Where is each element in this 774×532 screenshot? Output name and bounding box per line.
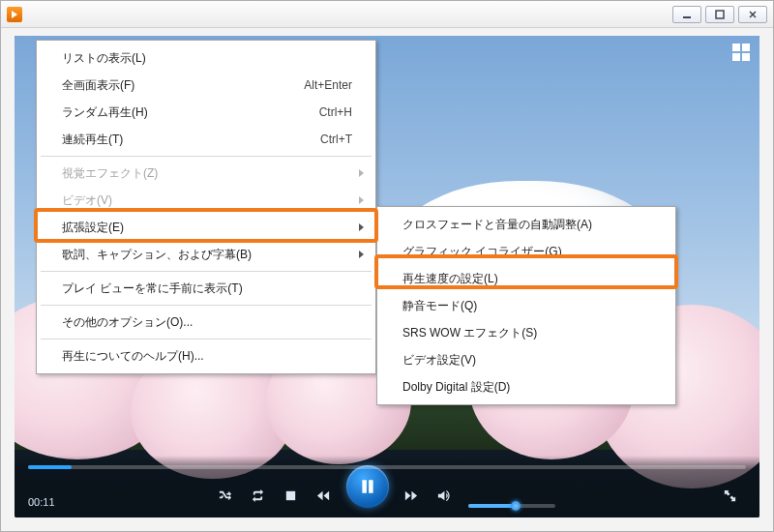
menu-item-label: 視覚エフェクト(Z) bbox=[62, 165, 158, 182]
menu-item[interactable]: 全画面表示(F)Alt+Enter bbox=[39, 72, 373, 99]
play-pause-button[interactable] bbox=[346, 465, 389, 508]
menu-item[interactable]: 歌詞、キャプション、および字幕(B) bbox=[39, 241, 373, 268]
previous-button[interactable] bbox=[312, 483, 337, 508]
svg-rect-3 bbox=[362, 480, 367, 493]
fullscreen-button[interactable] bbox=[717, 483, 742, 508]
menu-item-label: SRS WOW エフェクト(S) bbox=[402, 325, 537, 341]
switch-to-library-button[interactable] bbox=[732, 44, 750, 61]
titlebar bbox=[1, 1, 773, 28]
app-icon bbox=[7, 7, 22, 22]
repeat-button[interactable] bbox=[246, 483, 271, 508]
menu-item-label: 全画面表示(F) bbox=[62, 77, 134, 94]
seek-bar[interactable] bbox=[28, 465, 746, 469]
volume-slider[interactable] bbox=[468, 504, 555, 508]
menu-item[interactable]: その他のオプション(O)... bbox=[39, 309, 373, 336]
menu-item-label: 歌詞、キャプション、および字幕(B) bbox=[62, 247, 252, 263]
menu-item-label: その他のオプション(O)... bbox=[62, 314, 193, 331]
menu-item-shortcut: Alt+Enter bbox=[304, 78, 352, 92]
menu-item-label: 再生速度の設定(L) bbox=[402, 271, 498, 287]
menu-separator bbox=[41, 271, 372, 272]
menu-item-shortcut: Ctrl+T bbox=[320, 133, 352, 146]
menu-item-label: ビデオ(V) bbox=[62, 192, 112, 209]
menu-item-label: ビデオ設定(V) bbox=[402, 352, 476, 369]
close-button[interactable] bbox=[738, 6, 767, 23]
seek-progress bbox=[28, 465, 72, 469]
svg-rect-4 bbox=[369, 480, 373, 493]
submenu-item[interactable]: ビデオ設定(V) bbox=[379, 346, 673, 373]
context-menu: リストの表示(L)全画面表示(F)Alt+Enterランダム再生(H)Ctrl+… bbox=[36, 40, 376, 374]
menu-item-label: リストの表示(L) bbox=[62, 50, 146, 67]
menu-item-label: 再生についてのヘルプ(H)... bbox=[62, 348, 204, 365]
menu-item-label: ランダム再生(H) bbox=[62, 104, 148, 121]
submenu-item[interactable]: 静音モード(Q) bbox=[379, 292, 673, 319]
menu-item[interactable]: 拡張設定(E) bbox=[39, 214, 373, 241]
menu-item[interactable]: プレイ ビューを常に手前に表示(T) bbox=[39, 275, 373, 302]
volume-fill bbox=[468, 504, 517, 508]
volume-thumb[interactable] bbox=[511, 501, 521, 511]
menu-item-label: 連続再生(T) bbox=[62, 132, 123, 148]
minimize-button[interactable] bbox=[672, 6, 701, 23]
svg-rect-0 bbox=[683, 16, 691, 18]
elapsed-time: 00:11 bbox=[28, 496, 55, 508]
menu-item-label: 拡張設定(E) bbox=[62, 220, 124, 236]
menu-separator bbox=[41, 156, 372, 157]
svg-rect-1 bbox=[716, 11, 724, 18]
menu-item-label: プレイ ビューを常に手前に表示(T) bbox=[62, 281, 243, 297]
submenu-item[interactable]: グラフィック イコライザー(G) bbox=[379, 238, 673, 265]
menu-separator bbox=[41, 305, 372, 306]
player-controls: 00:11 bbox=[15, 456, 759, 517]
svg-rect-2 bbox=[286, 490, 295, 499]
menu-item[interactable]: 連続再生(T)Ctrl+T bbox=[39, 126, 373, 153]
menu-item-label: クロスフェードと音量の自動調整(A) bbox=[402, 217, 592, 233]
menu-separator bbox=[41, 339, 372, 340]
menu-item[interactable]: ランダム再生(H)Ctrl+H bbox=[39, 99, 373, 126]
submenu-item[interactable]: 再生速度の設定(L) bbox=[379, 265, 673, 292]
submenu-item[interactable]: Dolby Digital 設定(D) bbox=[379, 373, 673, 400]
menu-item: ビデオ(V) bbox=[39, 187, 373, 214]
menu-item-label: 静音モード(Q) bbox=[402, 298, 477, 314]
menu-item-shortcut: Ctrl+H bbox=[319, 105, 352, 119]
next-button[interactable] bbox=[399, 483, 424, 508]
menu-item: 視覚エフェクト(Z) bbox=[39, 160, 373, 187]
app-window: 00:11 リストの表示(L)全画面表示(F)Alt+Enterランダム再生(H… bbox=[0, 0, 774, 532]
menu-item[interactable]: 再生についてのヘルプ(H)... bbox=[39, 342, 373, 369]
stop-button[interactable] bbox=[279, 483, 304, 508]
maximize-button[interactable] bbox=[705, 6, 734, 23]
mute-button[interactable] bbox=[432, 483, 457, 508]
submenu-item[interactable]: SRS WOW エフェクト(S) bbox=[379, 319, 673, 346]
menu-item[interactable]: リストの表示(L) bbox=[39, 44, 373, 72]
menu-item-label: グラフィック イコライザー(G) bbox=[402, 244, 562, 260]
submenu-item[interactable]: クロスフェードと音量の自動調整(A) bbox=[379, 211, 673, 238]
submenu-enhancements: クロスフェードと音量の自動調整(A)グラフィック イコライザー(G)再生速度の設… bbox=[376, 206, 676, 405]
shuffle-button[interactable] bbox=[213, 483, 238, 508]
menu-item-label: Dolby Digital 設定(D) bbox=[402, 379, 510, 396]
